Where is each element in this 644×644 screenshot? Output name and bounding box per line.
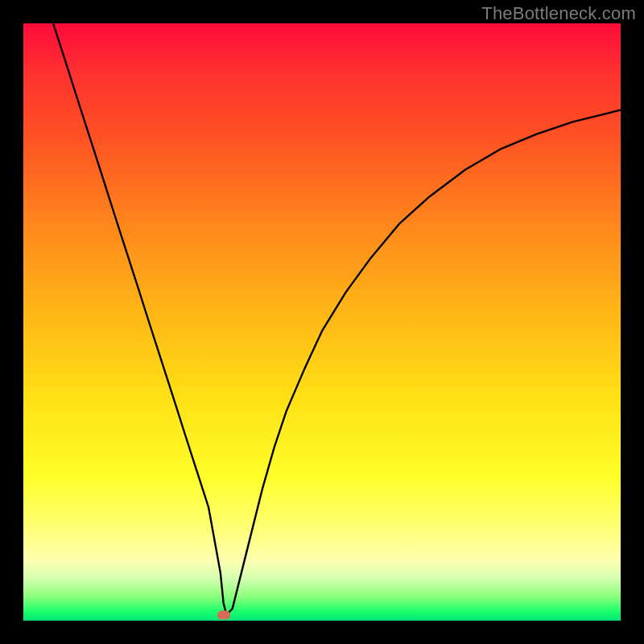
chart-frame: TheBottleneck.com: [0, 0, 644, 644]
plot-area: [23, 23, 621, 621]
curve-svg: [23, 23, 621, 621]
optimal-point-marker: [217, 610, 230, 619]
bottleneck-curve: [53, 23, 621, 615]
watermark-text: TheBottleneck.com: [481, 3, 636, 24]
